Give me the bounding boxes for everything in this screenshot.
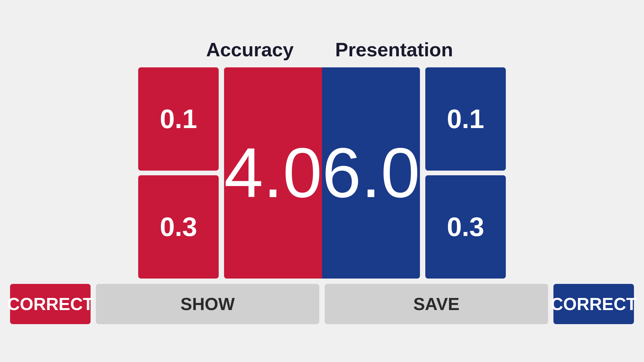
presentation-header: Presentation [322,38,466,61]
presentation-title: Presentation [335,39,453,60]
correct-red-button[interactable]: CORRECT [10,284,91,324]
main-grid: 0.1 0.3 4.0 6.0 0.1 0.3 [138,67,506,279]
accuracy-value: 4.0 [224,138,322,208]
left-bottom-box: 0.3 [138,175,219,279]
left-top-value: 0.1 [160,104,197,134]
center-columns: 4.0 6.0 [224,67,420,279]
bottom-row: CORRECT SHOW SAVE CORRECT [10,284,634,324]
save-button[interactable]: SAVE [325,284,548,324]
show-button[interactable]: SHOW [96,284,319,324]
right-bottom-value: 0.3 [447,212,484,242]
left-top-box: 0.1 [138,67,219,171]
accuracy-title: Accuracy [206,39,293,60]
left-bottom-value: 0.3 [160,212,197,242]
header-row: Accuracy Presentation [91,38,553,61]
left-side-column: 0.1 0.3 [138,67,219,279]
accuracy-header: Accuracy [178,38,322,61]
presentation-value: 6.0 [322,138,420,208]
right-bottom-box: 0.3 [425,175,506,279]
presentation-box: 6.0 [322,67,420,279]
right-side-column: 0.1 0.3 [425,67,506,279]
accuracy-box: 4.0 [224,67,322,279]
right-top-box: 0.1 [425,67,506,171]
right-top-value: 0.1 [447,104,484,134]
correct-blue-button[interactable]: CORRECT [553,284,634,324]
